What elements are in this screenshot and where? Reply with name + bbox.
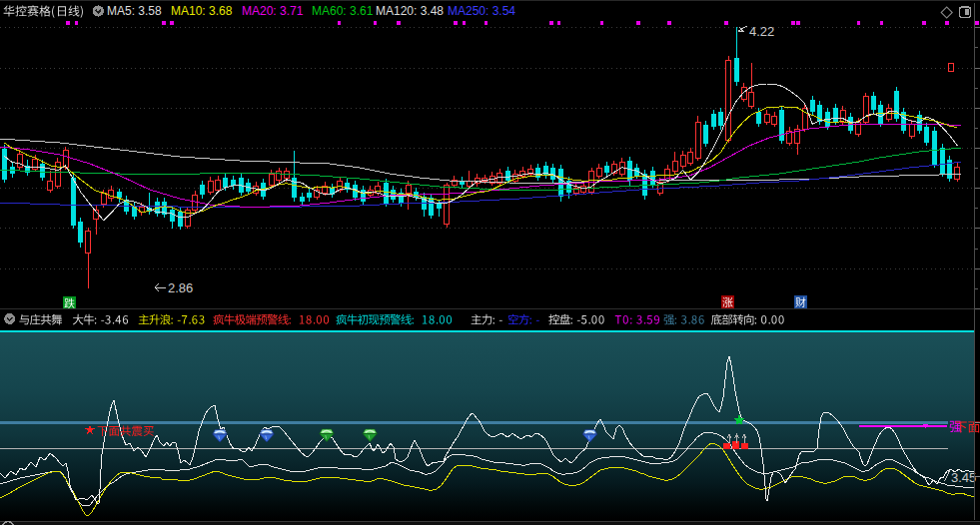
svg-text:4.22: 4.22 (749, 24, 774, 39)
svg-text:3.45: 3.45 (951, 470, 976, 485)
svg-text:MA20: 3.71: MA20: 3.71 (242, 4, 304, 18)
svg-text:2.86: 2.86 (168, 280, 193, 295)
svg-text:MA120: 3.48: MA120: 3.48 (376, 4, 444, 18)
svg-text:MA60: 3.61: MA60: 3.61 (312, 4, 374, 18)
svg-text:MA10: 3.68: MA10: 3.68 (171, 4, 233, 18)
svg-text:MA250: 3.54: MA250: 3.54 (448, 4, 515, 18)
svg-text:MA5: 3.58: MA5: 3.58 (107, 4, 162, 18)
